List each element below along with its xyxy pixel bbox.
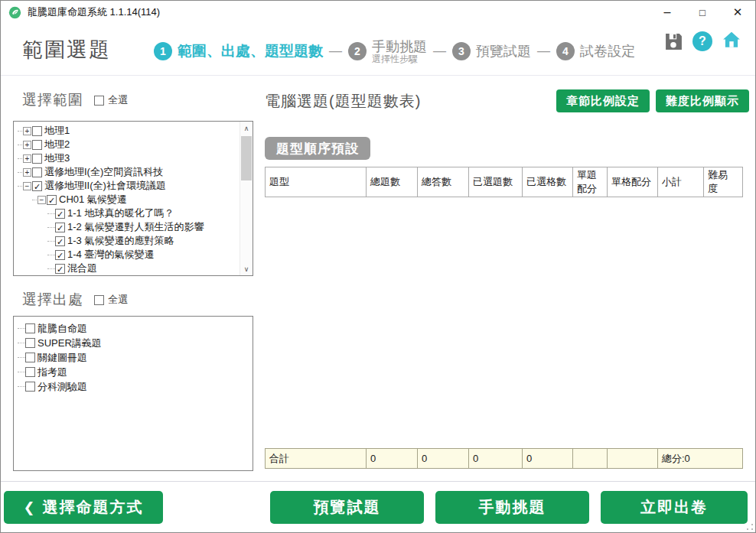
step-separator: —	[433, 44, 446, 59]
tree-item-label: 1-4 臺灣的氣候變遷	[67, 248, 154, 262]
step-4-label: 試卷設定	[580, 42, 635, 60]
source-item-label: 龍騰自命題	[37, 322, 87, 336]
step-1-circle: 1	[154, 42, 172, 60]
tree-item[interactable]: ✓ 1-3 氣候變遷的應對策略	[14, 234, 239, 248]
source-item[interactable]: 龍騰自命題	[14, 321, 253, 336]
resize-grip[interactable]	[747, 524, 753, 530]
range-select-all-checkbox[interactable]	[94, 96, 104, 106]
source-checkbox[interactable]	[25, 338, 35, 348]
tree-connector	[18, 131, 22, 132]
question-order-preset-tab[interactable]: 題型順序預設	[265, 137, 370, 160]
tree-checkbox[interactable]	[32, 126, 42, 136]
tree-connector	[32, 200, 37, 200]
col-header-difficulty: 難易度	[704, 167, 741, 197]
tree-item-label: CH01 氣候變遷	[59, 193, 127, 206]
tree-checkbox[interactable]: ✓	[55, 236, 65, 246]
tree-connector	[47, 255, 55, 255]
tree-item[interactable]: + 選修地理I(全)空間資訊科技	[14, 165, 239, 179]
expand-toggle-icon[interactable]: +	[23, 168, 31, 177]
tree-item[interactable]: + 地理1	[14, 124, 239, 138]
tree-item[interactable]: ✓ 1-4 臺灣的氣候變遷	[14, 248, 239, 262]
tree-item[interactable]: ✓ 1-1 地球真的暖化了嗎？	[14, 206, 239, 220]
tree-item[interactable]: ✓ 1-2 氣候變遷對人類生活的影響	[14, 220, 239, 234]
tree-connector	[18, 372, 25, 372]
source-item[interactable]: 關鍵圖冊題	[14, 350, 253, 365]
tree-checkbox[interactable]: ✓	[55, 264, 65, 274]
tree-checkbox[interactable]	[32, 167, 42, 177]
total-questions-value: 0	[367, 449, 418, 468]
per-question-score-value	[573, 449, 608, 468]
expand-toggle-icon[interactable]: +	[23, 154, 31, 163]
tree-item-label: 1-1 地球真的暖化了嗎？	[67, 206, 174, 220]
range-select-all[interactable]: 全選	[94, 93, 128, 107]
tree-item[interactable]: + 地理2	[14, 138, 239, 151]
tree-item[interactable]: + 地理3	[14, 151, 239, 165]
expand-toggle-icon[interactable]: −	[23, 182, 31, 190]
chapter-ratio-button[interactable]: 章節比例設定	[556, 89, 650, 112]
scrollbar-thumb[interactable]	[241, 136, 252, 180]
generate-paper-button[interactable]: 立即出卷	[601, 491, 748, 524]
page-title: 範圍選題	[22, 36, 111, 63]
app-window: 龍騰題庫命題系統 1.1.14(114) – □ ✕ 範圍選題 1 範圍、出處、…	[0, 0, 756, 533]
col-header-selected-questions: 已選題數	[469, 167, 523, 197]
source-item-label: 指考題	[37, 366, 67, 379]
tree-connector	[18, 186, 22, 187]
table-total-row: 合計 0 0 0 0 總分:0	[265, 448, 743, 469]
col-header-per-question-score: 單題配分	[573, 167, 608, 197]
tree-item[interactable]: − ✓ 選修地理II(全)社會環境議題	[14, 179, 239, 193]
back-button-label: 選擇命題方式	[43, 497, 144, 518]
tree-connector	[18, 343, 25, 343]
source-checkbox[interactable]	[25, 323, 35, 333]
tree-connector	[47, 227, 55, 228]
source-item[interactable]: 指考題	[14, 365, 253, 379]
scrollbar[interactable]: ∧ ∨	[240, 122, 253, 275]
scroll-down-icon[interactable]: ∨	[240, 262, 253, 275]
difficulty-ratio-button[interactable]: 難度比例顯示	[656, 89, 749, 112]
col-header-selected-cells: 已選格數	[523, 167, 573, 197]
tree-connector	[47, 213, 55, 214]
tree-checkbox[interactable]: ✓	[47, 195, 57, 205]
tree-item-label: 1-3 氣候變遷的應對策略	[67, 234, 174, 248]
tree-item[interactable]: ✓ 混合題	[14, 262, 239, 275]
maximize-button[interactable]: □	[685, 1, 720, 24]
question-type-table-header: 題型 總題數 總答數 已選題數 已選格數 單題配分 單格配分 小計 難易度	[265, 167, 743, 197]
computer-select-title: 電腦選題(題型題數表)	[265, 91, 421, 112]
source-checkbox[interactable]	[25, 367, 35, 377]
source-select-all-checkbox[interactable]	[94, 295, 104, 305]
scroll-up-icon[interactable]: ∧	[240, 122, 253, 135]
tree-item-label: 地理1	[44, 124, 70, 138]
tree-connector	[18, 357, 25, 358]
source-checkbox[interactable]	[25, 353, 35, 362]
range-section-title: 選擇範圍	[22, 90, 83, 110]
tree-checkbox[interactable]	[32, 140, 42, 150]
tree-item-label: 地理2	[44, 138, 70, 151]
tree-item-label: 混合題	[67, 262, 97, 275]
source-item[interactable]: 分科測驗題	[14, 379, 253, 394]
home-icon[interactable]	[722, 30, 741, 53]
tree-checkbox[interactable]: ✓	[55, 223, 65, 232]
total-answers-value: 0	[418, 449, 469, 468]
step-separator: —	[537, 44, 550, 59]
col-header-total-answers: 總答數	[418, 167, 469, 197]
preview-questions-button[interactable]: 預覽試題	[270, 491, 424, 524]
tree-checkbox[interactable]	[32, 154, 42, 164]
manual-pick-button[interactable]: 手動挑題	[435, 491, 589, 524]
back-to-mode-button[interactable]: ❮ 選擇命題方式	[4, 491, 163, 524]
col-header-subtotal: 小計	[658, 167, 704, 197]
save-icon[interactable]	[664, 32, 683, 51]
help-icon[interactable]: ?	[692, 31, 712, 51]
tree-checkbox[interactable]: ✓	[55, 209, 65, 219]
expand-toggle-icon[interactable]: −	[37, 196, 46, 204]
tree-item[interactable]: − ✓ CH01 氣候變遷	[14, 193, 239, 206]
expand-toggle-icon[interactable]: +	[23, 141, 31, 149]
source-item[interactable]: SUPER講義題	[14, 336, 253, 350]
source-checkbox[interactable]	[25, 382, 35, 392]
source-select-all[interactable]: 全選	[94, 293, 128, 307]
tree-connector	[18, 172, 22, 173]
header-divider	[1, 75, 755, 76]
tree-checkbox[interactable]: ✓	[32, 181, 42, 191]
close-button[interactable]: ✕	[720, 1, 755, 24]
minimize-button[interactable]: –	[650, 1, 685, 24]
tree-checkbox[interactable]: ✓	[55, 250, 65, 260]
expand-toggle-icon[interactable]: +	[23, 127, 31, 135]
